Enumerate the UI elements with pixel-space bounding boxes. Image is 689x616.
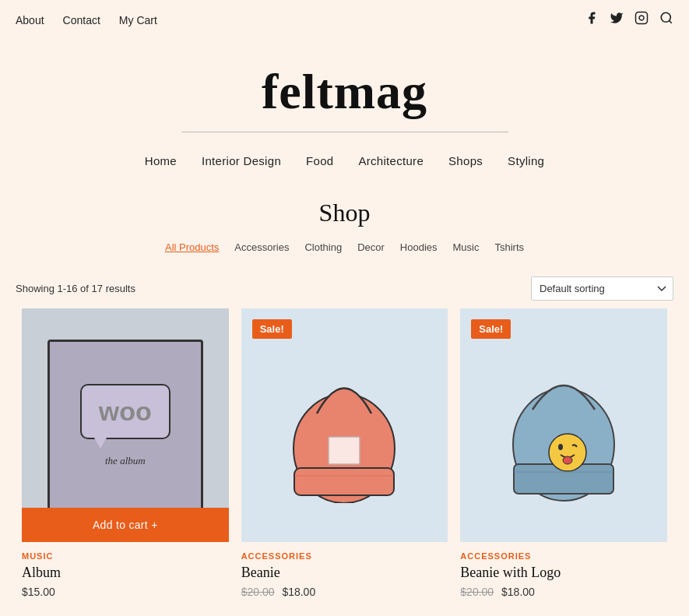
shop-section: Shop All Products Accessories Clothing D… (0, 191, 689, 253)
product-category-beanie: ACCESSORIES (241, 551, 448, 561)
logo-divider (181, 132, 508, 132)
filter-clothing[interactable]: Clothing (304, 241, 342, 253)
product-image-beanie: Sale! (241, 308, 448, 542)
filter-tshirts[interactable]: Tshirts (494, 241, 524, 253)
filter-accessories[interactable]: Accessories (234, 241, 289, 253)
product-card-album: woo the album Add to cart + MUSIC Album … (16, 308, 235, 611)
svg-point-11 (558, 444, 563, 450)
product-name-beanie-logo: Beanie with Logo (460, 565, 667, 581)
original-price-beanie: $20.00 (241, 586, 275, 598)
filter-tabs: All Products Accessories Clothing Decor … (16, 241, 673, 253)
main-nav: Home Interior Design Food Architecture S… (0, 140, 689, 191)
shop-title: Shop (16, 199, 673, 227)
nav-about[interactable]: About (16, 14, 44, 26)
product-price-beanie-logo: $20.00 $18.00 (460, 586, 667, 598)
sale-badge-beanie-logo: Sale! (471, 319, 511, 339)
svg-line-3 (669, 20, 671, 23)
sale-badge-beanie: Sale! (252, 319, 292, 339)
product-card-beanie: Sale! ACCESSORIES Beanie $20.00 $18.00 (235, 308, 455, 611)
nav-architecture[interactable]: Architecture (358, 154, 424, 167)
logo-section: feltmag (0, 40, 689, 140)
nav-home[interactable]: Home (145, 154, 177, 167)
top-bar: About Contact My Cart (0, 0, 689, 40)
results-bar: Showing 1-16 of 17 results Default sorti… (0, 269, 689, 308)
nav-mycart[interactable]: My Cart (119, 14, 157, 26)
nav-styling[interactable]: Styling (508, 154, 544, 167)
nav-food[interactable]: Food (306, 154, 333, 167)
product-name-album: Album (22, 565, 229, 581)
product-name-beanie: Beanie (241, 565, 448, 581)
svg-rect-5 (294, 468, 394, 495)
product-grid: woo the album Add to cart + MUSIC Album … (0, 308, 689, 616)
sort-select[interactable]: Default sorting Sort by popularity Sort … (531, 276, 673, 301)
filter-music[interactable]: Music (453, 241, 480, 253)
filter-hoodies[interactable]: Hoodies (400, 241, 438, 253)
svg-rect-6 (329, 437, 360, 464)
nav-contact[interactable]: Contact (63, 14, 100, 26)
top-nav-left: About Contact My Cart (16, 14, 157, 26)
svg-point-2 (661, 12, 670, 22)
top-nav-right (585, 11, 673, 29)
search-icon[interactable] (659, 11, 673, 29)
results-count: Showing 1-16 of 17 results (16, 283, 135, 294)
twitter-icon[interactable] (610, 11, 624, 29)
nav-interior-design[interactable]: Interior Design (202, 154, 281, 167)
add-to-cart-album[interactable]: Add to cart + (22, 508, 229, 542)
product-price-beanie: $20.00 $18.00 (241, 586, 448, 598)
product-image-beanie-logo: Sale! (460, 308, 667, 542)
svg-rect-0 (636, 12, 648, 24)
product-category-beanie-logo: ACCESSORIES (460, 551, 667, 561)
product-image-album: woo the album Add to cart + (22, 308, 229, 542)
svg-point-12 (563, 456, 572, 464)
sale-price-beanie: $18.00 (282, 586, 315, 598)
instagram-icon[interactable] (635, 11, 649, 29)
original-price-beanie-logo: $20.00 (460, 586, 494, 598)
product-price-album: $15.00 (22, 586, 229, 598)
filter-all-products[interactable]: All Products (165, 241, 219, 253)
facebook-icon[interactable] (585, 11, 599, 29)
site-logo[interactable]: feltmag (0, 63, 689, 121)
filter-decor[interactable]: Decor (357, 241, 385, 253)
svg-point-10 (549, 434, 586, 471)
product-category-album: MUSIC (22, 551, 229, 561)
product-card-beanie-logo: Sale! AC (454, 308, 673, 611)
sale-price-beanie-logo: $18.00 (501, 586, 535, 598)
nav-shops[interactable]: Shops (448, 154, 483, 167)
